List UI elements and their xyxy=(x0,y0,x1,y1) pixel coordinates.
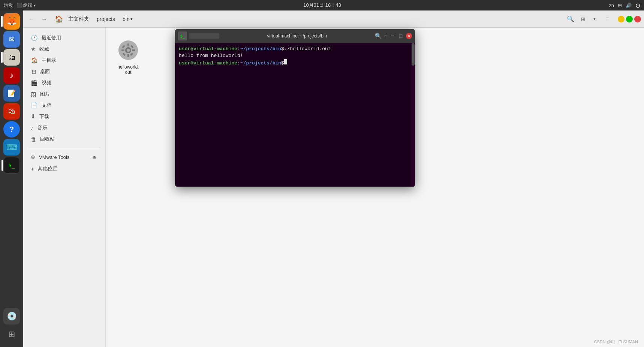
gear-icon xyxy=(118,40,138,60)
sidebar-item-home[interactable]: 🏠 主目录 xyxy=(25,55,104,66)
volume-icon[interactable]: 🔊 xyxy=(626,3,632,8)
network-icon[interactable]: ⊞ xyxy=(618,3,622,8)
documents-icon: 📄 xyxy=(31,102,38,109)
minimize-button[interactable]: − xyxy=(618,16,625,22)
list-view-button[interactable]: ≡ xyxy=(602,14,613,24)
sidebar-item-other-locations[interactable]: + 其他位置 xyxy=(25,163,104,174)
terminal-maximize-button[interactable]: □ xyxy=(398,33,404,39)
breadcrumb-bin[interactable]: bin ▾ xyxy=(120,15,135,24)
terminal-content[interactable]: user @ virtual-machine : ~/projects/bin … xyxy=(175,43,415,187)
dock-icon-dvd[interactable]: 💿 xyxy=(3,308,20,325)
dock-icon-writer[interactable]: 📝 xyxy=(3,85,20,102)
dock-icon-thunderbird[interactable]: ✉ xyxy=(3,31,20,48)
terminal-minimize-button[interactable]: − xyxy=(389,33,395,39)
svg-rect-7 xyxy=(130,45,133,48)
dock-icon-files[interactable]: 🗂 xyxy=(3,49,20,66)
back-button[interactable]: ← xyxy=(26,14,37,24)
terminal-scrollbar[interactable] xyxy=(411,43,415,187)
dock-icon-terminal[interactable]: $_ xyxy=(3,157,20,174)
prompt-user-1: user xyxy=(179,46,190,52)
svg-rect-3 xyxy=(127,54,129,57)
sidebar-item-other-locations-label: 其他位置 xyxy=(38,165,57,172)
terminal-line-2: hello from helloworld! xyxy=(179,52,411,59)
fm-toolbar: ← → 🏠 主文件夹 projects bin ▾ 🔍 ⊞ ▾ ≡ − □ × xyxy=(23,10,644,28)
video-icon: 🎬 xyxy=(31,79,38,86)
dock: 🦊 ✉ 🗂 ♪ 📝 🛍 ? ⌨ $_ 💿 ⊞ xyxy=(0,0,23,347)
terminal-search-button[interactable]: 🔍 xyxy=(375,33,382,39)
top-bar-right: zh ⊞ 🔊 ⏻ xyxy=(609,3,640,8)
dock-icon-help[interactable]: ? xyxy=(3,121,20,138)
sidebar-item-music-label: 音乐 xyxy=(37,124,47,131)
prompt-colon-1: : xyxy=(237,46,240,52)
sidebar-item-video-label: 视频 xyxy=(42,79,51,86)
activities-button[interactable]: 活动 xyxy=(4,2,13,9)
file-item-helloworld[interactable]: helloworld.out xyxy=(113,35,143,78)
downloads-icon: ⬇ xyxy=(31,113,36,120)
forward-button[interactable]: → xyxy=(39,14,49,24)
vmware-label: VMware Tools xyxy=(39,154,69,160)
terminal-dropdown-icon[interactable]: ▾ xyxy=(34,3,36,7)
maximize-button[interactable]: □ xyxy=(626,16,633,22)
search-button[interactable]: 🔍 xyxy=(565,14,576,24)
dock-icon-grid[interactable]: ⊞ xyxy=(3,326,20,343)
lang-indicator[interactable]: zh xyxy=(609,3,614,8)
terminal-label[interactable]: 终端 xyxy=(23,3,32,8)
prompt-path-2: ~/projects/bin xyxy=(240,60,281,67)
sidebar-item-vmware[interactable]: ⊕ VMware Tools ⏏ xyxy=(25,151,104,163)
dock-icon-appstore[interactable]: 🛍 xyxy=(3,103,20,120)
top-bar-left: 活动 ⬛ 终端 ▾ xyxy=(4,2,36,9)
sidebar-item-documents[interactable]: 📄 文档 xyxy=(25,100,104,111)
pictures-icon: 🖼 xyxy=(31,91,36,97)
terminal-close-button[interactable]: × xyxy=(406,33,412,39)
terminal-command-1: ./helloworld.out xyxy=(284,46,331,52)
title-redacted xyxy=(189,33,219,39)
vmware-eject-button[interactable]: ⏏ xyxy=(90,153,98,161)
breadcrumb-projects[interactable]: projects xyxy=(94,15,117,24)
svg-rect-8 xyxy=(123,53,126,56)
dock-icon-vscode[interactable]: ⌨ xyxy=(3,139,20,156)
sidebar-item-favorites[interactable]: ★ 收藏 xyxy=(25,43,104,55)
dock-icon-firefox[interactable]: 🦊 xyxy=(3,13,20,30)
sidebar-item-pictures[interactable]: 🖼 图片 xyxy=(25,88,104,100)
home-icon[interactable]: 🏠 xyxy=(55,15,63,23)
help-icon: ? xyxy=(9,125,14,134)
breadcrumb-home[interactable]: 主文件夹 xyxy=(66,14,91,24)
trash-icon: 🗑 xyxy=(31,136,36,142)
sidebar-item-video[interactable]: 🎬 视频 xyxy=(25,77,104,88)
sidebar-item-trash[interactable]: 🗑 回收站 xyxy=(25,133,104,145)
file-name-helloworld: helloworld.out xyxy=(117,64,139,75)
recent-icon: 🕐 xyxy=(31,34,38,41)
sidebar-item-desktop-label: 桌面 xyxy=(40,68,50,75)
files-icon: 🗂 xyxy=(8,53,15,62)
svg-point-1 xyxy=(127,49,130,52)
power-icon[interactable]: ⏻ xyxy=(635,3,640,8)
appstore-icon: 🛍 xyxy=(8,108,15,115)
dock-icon-rhythmbox[interactable]: ♪ xyxy=(3,67,20,84)
prompt-dollar-2: $ xyxy=(281,60,284,67)
sidebar-item-recent[interactable]: 🕐 最近使用 xyxy=(25,32,104,43)
sidebar-item-downloads-label: 下载 xyxy=(39,113,49,120)
close-button[interactable]: × xyxy=(634,16,641,22)
terminal-indicator: ⬛ 终端 ▾ xyxy=(16,2,36,9)
sidebar-item-downloads[interactable]: ⬇ 下载 xyxy=(25,111,104,122)
vscode-icon: ⌨ xyxy=(6,143,17,152)
terminal-line-1: user @ virtual-machine : ~/projects/bin … xyxy=(179,46,411,52)
firefox-icon: 🦊 xyxy=(7,16,17,26)
sidebar-item-documents-label: 文档 xyxy=(42,102,51,109)
thunderbird-icon: ✉ xyxy=(9,35,15,43)
prompt-at-1: @ xyxy=(190,46,193,52)
breadcrumb-dropdown-icon: ▾ xyxy=(130,16,133,21)
view-dropdown-button[interactable]: ▾ xyxy=(589,14,600,24)
terminal-icon-symbol: $_ xyxy=(180,34,185,39)
top-bar: 活动 ⬛ 终端 ▾ 10月31日 18：43 zh ⊞ 🔊 ⏻ xyxy=(0,0,644,10)
prompt-at-2: @ xyxy=(190,60,193,67)
terminal-menu-button[interactable]: ≡ xyxy=(384,33,387,39)
sidebar-item-music[interactable]: ♪ 音乐 xyxy=(25,122,104,133)
terminal-dock-icon: $_ xyxy=(9,162,15,168)
terminal-scrollbar-thumb xyxy=(412,43,415,66)
terminal-titlebar: $_ virtual-machine: ~/projects/bin 🔍 ≡ −… xyxy=(175,29,415,43)
grid-view-button[interactable]: ⊞ xyxy=(578,14,589,24)
prompt-host-1: virtual-machine xyxy=(193,46,237,52)
music-icon: ♪ xyxy=(31,125,34,131)
sidebar-item-desktop[interactable]: 🖥 桌面 xyxy=(25,66,104,77)
